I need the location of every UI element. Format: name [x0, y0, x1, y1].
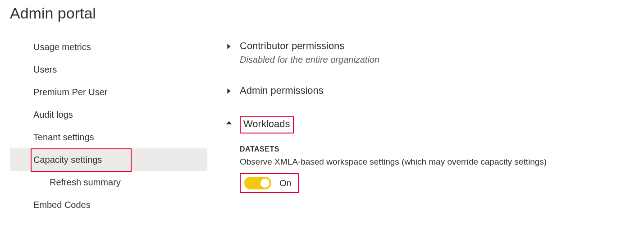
section-header-admin[interactable]: Admin permissions — [240, 85, 324, 97]
section-contributor-permissions: Contributor permissions Disabled for the… — [226, 36, 634, 65]
section-admin-permissions: Admin permissions — [226, 80, 634, 97]
xmla-workspace-settings-toggle[interactable] — [244, 177, 271, 189]
sidebar-nav: Usage metrics Users Premium Per User Aud… — [10, 34, 207, 216]
section-workloads: Workloads DATASETS Observe XMLA-based wo… — [226, 112, 634, 193]
sidebar-item-tenant-settings[interactable]: Tenant settings — [10, 126, 207, 148]
page-title: Admin portal — [10, 5, 634, 22]
section-title: Admin permissions — [240, 85, 324, 97]
section-title: Workloads — [243, 118, 290, 129]
section-header-workloads[interactable]: Workloads — [240, 116, 547, 133]
sidebar-item-embed-codes[interactable]: Embed Codes — [10, 193, 207, 216]
sidebar-item-label: Capacity settings — [33, 155, 102, 165]
sidebar-item-capacity-settings[interactable]: Capacity settings — [10, 148, 207, 171]
caret-right-icon[interactable] — [226, 44, 232, 49]
workloads-datasets-header: DATASETS — [240, 145, 547, 153]
toggle-state-label: On — [279, 178, 292, 189]
section-header-contributor[interactable]: Contributor permissions — [240, 40, 379, 52]
sidebar-item-refresh-summary[interactable]: Refresh summary — [10, 171, 207, 193]
sidebar-item-premium-per-user[interactable]: Premium Per User — [10, 81, 207, 103]
caret-up-icon[interactable] — [226, 120, 232, 125]
annotation-highlight-box: Workloads — [240, 116, 294, 133]
sidebar-item-audit-logs[interactable]: Audit logs — [10, 103, 207, 126]
annotation-highlight-box: On — [240, 173, 299, 193]
workloads-datasets-description: Observe XMLA-based workspace settings (w… — [240, 157, 547, 167]
layout: Usage metrics Users Premium Per User Aud… — [10, 34, 634, 216]
sidebar-item-usage-metrics[interactable]: Usage metrics — [10, 36, 207, 58]
admin-portal-page: Admin portal Usage metrics Users Premium… — [0, 0, 644, 216]
main-panel: Contributor permissions Disabled for the… — [207, 34, 634, 196]
section-title: Contributor permissions — [240, 40, 344, 52]
section-subtitle: Disabled for the entire organization — [240, 55, 379, 65]
sidebar-item-users[interactable]: Users — [10, 58, 207, 81]
caret-right-icon[interactable] — [226, 88, 232, 94]
toggle-knob-icon — [260, 179, 269, 188]
